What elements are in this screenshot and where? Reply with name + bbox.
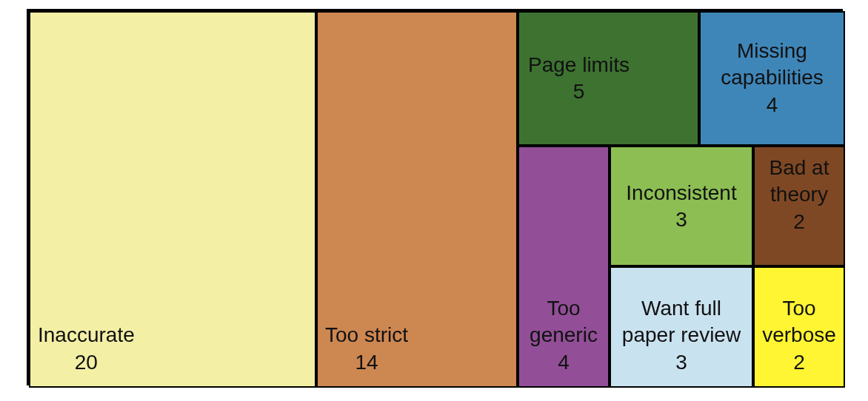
treemap-chart: Inaccurate 20Too strict 14Page limits 5M… — [0, 0, 868, 401]
treemap-cell: Want full paper review 3 — [610, 266, 753, 388]
treemap-cell: Inconsistent 3 — [610, 146, 753, 266]
treemap-cell: Missing capabilities 4 — [699, 11, 845, 146]
treemap-cell: Too strict 14 — [316, 11, 518, 388]
treemap-cell: Page limits 5 — [518, 11, 699, 146]
treemap-cell: Inaccurate 20 — [29, 11, 316, 388]
treemap-cell-label: Inaccurate 20 — [38, 322, 135, 376]
treemap-stage: Inaccurate 20Too strict 14Page limits 5M… — [27, 9, 843, 385]
treemap-cell-label: Too verbose 2 — [762, 295, 836, 376]
treemap-cell-label: Page limits 5 — [528, 52, 630, 106]
treemap-cell-label: Missing capabilities 4 — [721, 38, 824, 118]
treemap-cell-label: Too strict 14 — [325, 322, 408, 376]
treemap-cell-label: Want full paper review 3 — [622, 295, 741, 376]
treemap-cell-label: Inconsistent 3 — [626, 179, 736, 233]
treemap-cell: Bad at theory 2 — [753, 146, 845, 266]
treemap-cell: Too verbose 2 — [753, 266, 845, 388]
treemap-cell: Too generic 4 — [518, 146, 610, 388]
treemap-cell-label: Too generic 4 — [530, 295, 598, 376]
treemap-cell-label: Bad at theory 2 — [769, 155, 829, 235]
